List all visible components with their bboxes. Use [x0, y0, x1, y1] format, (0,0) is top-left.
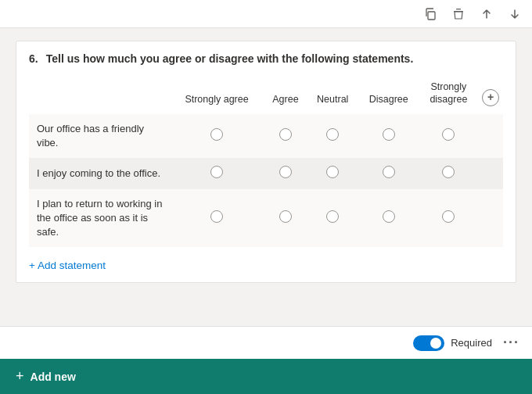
add-statement-button[interactable]: + Add statement — [29, 256, 503, 274]
radio-strongly-disagree[interactable] — [442, 128, 455, 141]
statement-cell: Our office has a friendly vibe. — [29, 114, 170, 158]
radio-cell — [358, 189, 419, 248]
copy-icon[interactable] — [422, 6, 438, 22]
radio-cell — [307, 189, 358, 248]
delete-icon[interactable] — [451, 6, 466, 22]
col-header-strongly-agree: Strongly agree — [170, 76, 264, 114]
col-header-strongly-disagree: Stronglydisagree — [419, 76, 478, 114]
col-header-disagree: Disagree — [358, 76, 419, 114]
bottom-bar: Required ··· — [0, 326, 532, 359]
table-row: I enjoy coming to the office. — [29, 158, 503, 189]
table-row: I plan to return to working in the offic… — [29, 189, 503, 248]
question-block: 6. Tell us how much you agree or disagre… — [16, 41, 516, 283]
required-toggle-container: Required — [413, 335, 492, 351]
radio-strongly-disagree[interactable] — [442, 210, 455, 223]
radio-agree[interactable] — [279, 166, 292, 178]
empty-cell — [478, 158, 503, 189]
question-number: 6. — [29, 52, 38, 65]
radio-disagree[interactable] — [383, 166, 395, 178]
table-row: Our office has a friendly vibe. — [29, 114, 503, 158]
add-new-bar: + Add new — [0, 359, 532, 394]
radio-strongly-disagree[interactable] — [442, 166, 455, 178]
main-content: 6. Tell us how much you agree or disagre… — [0, 28, 532, 326]
empty-cell — [478, 189, 503, 248]
radio-cell — [264, 114, 307, 158]
radio-strongly-agree[interactable] — [210, 128, 223, 141]
add-new-label: Add new — [31, 371, 76, 383]
statement-col-header — [29, 76, 170, 114]
radio-disagree[interactable] — [383, 210, 395, 223]
radio-cell — [419, 114, 478, 158]
toggle-knob — [430, 338, 441, 349]
radio-cell — [264, 189, 307, 248]
radio-strongly-agree[interactable] — [210, 210, 223, 223]
radio-neutral[interactable] — [326, 166, 339, 178]
add-new-icon: + — [16, 368, 24, 385]
svg-rect-2 — [456, 9, 461, 9]
statement-cell: I enjoy coming to the office. — [29, 158, 170, 189]
radio-agree[interactable] — [279, 210, 292, 223]
empty-cell — [478, 114, 503, 158]
radio-neutral[interactable] — [326, 128, 339, 141]
toolbar — [0, 0, 532, 28]
radio-neutral[interactable] — [326, 210, 339, 223]
move-down-icon[interactable] — [507, 6, 523, 22]
radio-cell — [170, 189, 264, 248]
question-header: 6. Tell us how much you agree or disagre… — [29, 52, 503, 65]
likert-table: Strongly agree Agree Neutral Disagree St… — [29, 76, 503, 247]
col-header-agree: Agree — [264, 76, 307, 114]
radio-cell — [170, 114, 264, 158]
radio-cell — [358, 158, 419, 189]
svg-rect-0 — [428, 12, 435, 20]
radio-cell — [419, 158, 478, 189]
required-toggle[interactable] — [413, 335, 444, 351]
radio-agree[interactable] — [279, 128, 292, 141]
radio-cell — [307, 158, 358, 189]
radio-cell — [358, 114, 419, 158]
add-column-button[interactable]: + — [482, 89, 499, 106]
radio-cell — [264, 158, 307, 189]
radio-disagree[interactable] — [383, 128, 395, 141]
statement-cell: I plan to return to working in the offic… — [29, 189, 170, 248]
add-new-button[interactable]: + Add new — [16, 368, 76, 385]
radio-cell — [170, 158, 264, 189]
radio-cell — [307, 114, 358, 158]
radio-cell — [419, 189, 478, 248]
add-col-header: + — [478, 76, 503, 114]
radio-strongly-agree[interactable] — [210, 166, 223, 178]
question-text: Tell us how much you agree or disagree w… — [46, 52, 414, 65]
col-header-neutral: Neutral — [307, 76, 358, 114]
move-up-icon[interactable] — [479, 6, 494, 22]
required-label: Required — [451, 337, 492, 349]
more-options-button[interactable]: ··· — [503, 335, 519, 351]
